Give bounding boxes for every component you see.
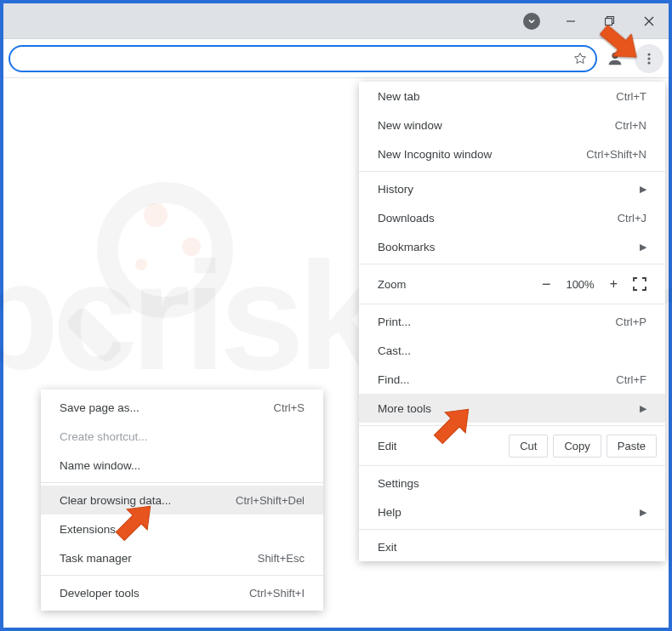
menu-shortcut: Ctrl+J [618, 212, 646, 225]
submenu-extensions[interactable]: Extensions [41, 514, 323, 543]
menu-downloads[interactable]: Downloads Ctrl+J [359, 203, 665, 232]
menu-new-incognito[interactable]: New Incognito window Ctrl+Shift+N [359, 139, 665, 168]
close-button[interactable] [629, 4, 669, 38]
fullscreen-button[interactable] [633, 277, 646, 291]
submenu-save-page[interactable]: Save page as... Ctrl+S [41, 393, 323, 422]
maximize-button[interactable] [590, 4, 629, 38]
zoom-in-button[interactable]: + [610, 276, 618, 292]
edit-label: Edit [378, 440, 504, 452]
submenu-task-manager[interactable]: Task manager Shift+Esc [41, 543, 323, 572]
menu-label: Clear browsing data... [60, 494, 171, 507]
menu-label: Find... [378, 373, 410, 386]
menu-exit[interactable]: Exit [359, 532, 665, 561]
svg-rect-2 [606, 18, 612, 25]
menu-shortcut: Ctrl+F [616, 373, 646, 386]
menu-shortcut: Ctrl+Shift+I [249, 587, 305, 600]
paste-button[interactable]: Paste [607, 435, 657, 458]
menu-find[interactable]: Find... Ctrl+F [359, 365, 665, 394]
close-icon [644, 16, 654, 26]
menu-label: Bookmarks [378, 241, 436, 253]
tab-dropdown-button[interactable] [512, 4, 551, 38]
menu-help[interactable]: Help ▶ [359, 497, 665, 526]
menu-label: History [378, 183, 413, 196]
chrome-window: pcrisk.com [0, 0, 672, 631]
menu-shortcut: Ctrl+Shift+N [586, 148, 646, 161]
menu-label: New window [378, 119, 442, 132]
menu-more-tools[interactable]: More tools ▶ [359, 394, 665, 423]
menu-label: Task manager [60, 552, 132, 565]
svg-point-4 [647, 53, 650, 55]
menu-label: Downloads [378, 212, 435, 225]
address-bar[interactable] [9, 45, 597, 72]
menu-shortcut: Ctrl+N [615, 119, 646, 132]
menu-label: Exit [378, 541, 397, 554]
cut-button[interactable]: Cut [509, 435, 548, 458]
menu-shortcut: Ctrl+P [616, 316, 646, 328]
profile-button[interactable] [601, 44, 629, 73]
menu-bookmarks[interactable]: Bookmarks ▶ [359, 232, 665, 261]
svg-point-6 [647, 61, 650, 64]
menu-separator [41, 575, 323, 576]
watermark-handle [65, 305, 125, 366]
menu-new-window[interactable]: New window Ctrl+N [359, 111, 665, 139]
titlebar [3, 3, 669, 39]
submenu-arrow-icon: ▶ [640, 242, 646, 253]
menu-label: Print... [378, 316, 411, 328]
menu-label: New tab [378, 90, 420, 103]
menu-shortcut: Ctrl+T [616, 90, 646, 103]
submenu-developer-tools[interactable]: Developer tools Ctrl+Shift+I [41, 578, 323, 607]
menu-history[interactable]: History ▶ [359, 174, 665, 203]
menu-label: Cast... [378, 344, 411, 357]
minimize-button[interactable] [551, 4, 590, 38]
menu-separator [41, 482, 323, 483]
menu-label: Settings [378, 477, 419, 490]
menu-separator [359, 171, 665, 172]
more-tools-submenu: Save page as... Ctrl+S Create shortcut..… [41, 389, 323, 611]
copy-button[interactable]: Copy [553, 435, 601, 458]
menu-label: Help [378, 506, 401, 519]
menu-zoom: Zoom − 100% + [359, 267, 665, 301]
menu-shortcut: Shift+Esc [258, 552, 305, 565]
menu-separator [359, 465, 665, 466]
menu-cast[interactable]: Cast... [359, 336, 665, 365]
person-icon [606, 49, 624, 68]
menu-label: Extensions [60, 523, 116, 536]
caret-down-icon [523, 13, 540, 30]
submenu-arrow-icon: ▶ [640, 403, 646, 414]
svg-point-5 [647, 57, 650, 60]
menu-label: Create shortcut... [60, 430, 148, 443]
submenu-clear-browsing-data[interactable]: Clear browsing data... Ctrl+Shift+Del [41, 486, 323, 514]
fullscreen-icon [633, 277, 646, 291]
menu-shortcut: Ctrl+Shift+Del [236, 494, 305, 507]
menu-label: New Incognito window [378, 148, 492, 161]
menu-new-tab[interactable]: New tab Ctrl+T [359, 82, 665, 111]
zoom-out-button[interactable]: − [542, 276, 551, 293]
menu-label: More tools [378, 402, 431, 415]
zoom-value: 100% [566, 278, 594, 291]
submenu-arrow-icon: ▶ [640, 507, 646, 518]
menu-label: Save page as... [60, 401, 140, 414]
menu-label: Developer tools [60, 587, 140, 600]
menu-settings[interactable]: Settings [359, 469, 665, 497]
watermark-magnifier [97, 182, 233, 318]
minimize-icon [566, 16, 576, 26]
svg-point-3 [612, 52, 618, 58]
more-menu-button[interactable] [635, 44, 663, 73]
main-menu: New tab Ctrl+T New window Ctrl+N New Inc… [359, 82, 665, 561]
star-icon[interactable] [573, 52, 587, 65]
submenu-arrow-icon: ▶ [640, 184, 646, 195]
menu-label: Name window... [60, 459, 140, 472]
maximize-icon [605, 16, 615, 26]
menu-separator [359, 264, 665, 264]
menu-separator [359, 304, 665, 304]
submenu-name-window[interactable]: Name window... [41, 451, 323, 480]
menu-separator [359, 529, 665, 530]
menu-edit-row: Edit Cut Copy Paste [359, 429, 665, 463]
toolbar [3, 39, 669, 78]
menu-shortcut: Ctrl+S [274, 401, 305, 414]
zoom-label: Zoom [378, 278, 542, 291]
menu-separator [359, 425, 665, 426]
submenu-create-shortcut[interactable]: Create shortcut... [41, 422, 323, 451]
more-vertical-icon [642, 52, 656, 65]
menu-print[interactable]: Print... Ctrl+P [359, 307, 665, 336]
